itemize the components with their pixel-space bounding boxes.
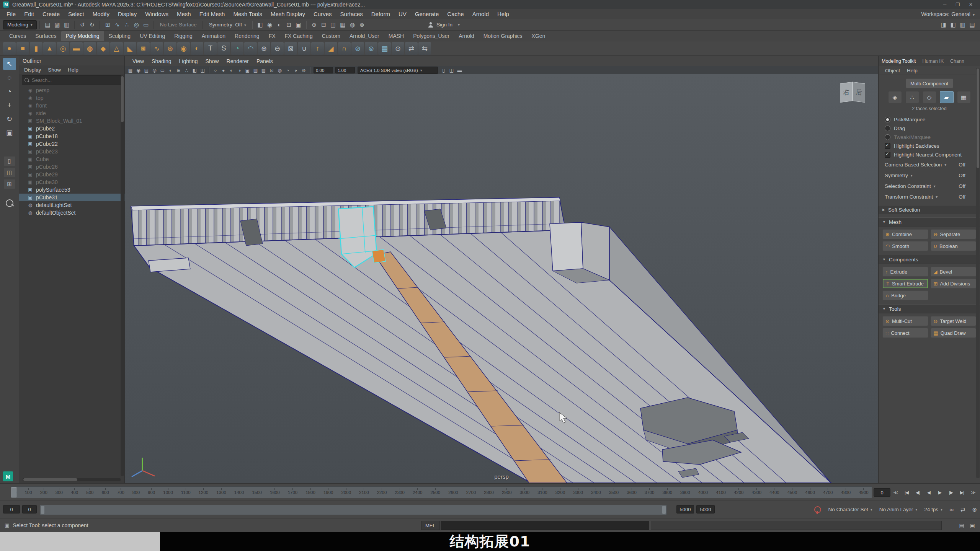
separator[interactable] [100,21,100,29]
isolate-select-icon[interactable]: ◕ [292,67,300,74]
separator[interactable] [203,21,203,29]
snap-to-points-icon[interactable]: ∴ [122,20,132,29]
target-weld-icon[interactable]: ⊚ [365,42,377,55]
outliner-item[interactable]: pCube30 [19,178,124,186]
menu-item[interactable]: Select [64,11,88,17]
view-cube[interactable]: 右 后 [840,80,866,104]
menu-item[interactable]: Curves [309,11,336,17]
poly-pyramid-icon[interactable]: △ [110,42,123,55]
viewport-menu-item[interactable]: Shading [148,58,175,64]
snapshot-icon[interactable]: ◫ [448,67,456,74]
sidebar-tab[interactable]: Chann [947,59,967,64]
character-set-dropdown[interactable]: No Character Set [828,507,872,512]
shelf-tab[interactable]: UV Editing [135,31,170,41]
zoom-tool-icon[interactable] [6,199,13,207]
snap-to-view-planes-icon[interactable]: ▭ [141,20,151,29]
poly-disc-icon[interactable]: ◍ [83,42,96,55]
poly-prism-icon[interactable]: ◣ [124,42,136,55]
viewport-menu-item[interactable]: View [129,58,148,64]
selection-mode-radio[interactable]: Pick/Marquee [885,115,974,124]
platonic-solid-icon[interactable]: ◆ [97,42,109,55]
ipr-render-icon[interactable]: ◐ [274,20,284,29]
new-scene-icon[interactable]: ▤ [43,20,52,29]
render-settings-icon[interactable]: ⊡ [284,20,294,29]
shelf-tab[interactable]: Motion Graphics [479,31,527,41]
combine-button[interactable]: ⊕ Combine [882,229,928,239]
separator[interactable] [74,21,75,29]
outliner-item[interactable]: side [19,109,124,117]
mel-toggle-button[interactable]: MEL [421,521,440,530]
open-scene-icon[interactable]: ▨ [52,20,62,29]
target-weld-button[interactable]: ⊚ Target Weld [931,316,977,326]
face-select-icon[interactable]: ▰ [940,91,954,103]
menu-item[interactable]: Cache [443,11,468,17]
poly-sphere-icon[interactable]: ● [3,42,16,55]
outliner-item[interactable]: top [19,94,124,102]
bookmarks-icon[interactable]: ◎ [150,67,158,74]
viewport-menu-item[interactable]: Renderer [223,58,253,64]
scene-render-icon[interactable]: ▬ [456,67,464,74]
go-to-end-button[interactable]: ≫ [968,487,978,497]
graph-editor-icon[interactable]: ▦ [338,20,348,29]
playback-end-field[interactable]: 5000 [676,505,694,514]
range-slider-track[interactable] [40,505,667,515]
shelf-tab[interactable]: FX [264,31,280,41]
edge-select-icon[interactable]: ◇ [923,91,936,103]
type-tool-icon[interactable]: T [204,42,217,55]
script-editor-icon[interactable]: ▤ [957,521,966,530]
tools-section-header[interactable]: Tools [879,304,980,313]
shelf-tab[interactable]: Animation [197,31,230,41]
sculpt-tool-icon[interactable]: ◔ [231,42,243,55]
soccer-ball-icon[interactable]: ◉ [177,42,190,55]
poly-cone-icon[interactable]: ▲ [43,42,56,55]
outliner-item[interactable]: SM_Block_Wall_01 [19,117,124,125]
outliner-item[interactable]: Cube [19,155,124,163]
content-browser-icon[interactable]: ▣ [968,521,977,530]
vertex-select-icon[interactable]: ∴ [905,91,919,103]
animation-preferences-icon[interactable]: ⊛ [972,506,977,513]
outliner-item[interactable]: pCube23 [19,148,124,155]
outliner-item[interactable]: front [19,102,124,109]
snap-to-curves-icon[interactable]: ∿ [113,20,122,29]
attribute-editor-toggle-icon[interactable]: ◨ [939,20,948,29]
textured-icon[interactable]: ◐ [227,67,235,74]
multi-cut-button[interactable]: ⊘ Multi-Cut [882,316,928,326]
mesh-section-header[interactable]: Mesh [879,217,980,227]
bridge-icon[interactable]: ∩ [338,42,351,55]
move-tool-icon[interactable]: + [3,99,16,111]
quad-draw-button[interactable]: ▦ Quad Draw [931,328,977,338]
single-pane-layout-icon[interactable]: ▯ [4,156,15,166]
outliner-item[interactable]: pCube18 [19,132,124,140]
view-cube-back-face[interactable]: 后 [853,82,865,103]
shelf-tab[interactable]: Curves [5,31,31,41]
outliner-item[interactable]: pCube31 [19,194,124,201]
shelf-tab[interactable]: Rigging [170,31,197,41]
film-gate-icon[interactable]: ◧ [191,67,199,74]
wireframe-icon[interactable]: ○ [211,67,219,74]
outliner-item[interactable]: polySurface53 [19,186,124,194]
svg-tool-icon[interactable]: S [217,42,230,55]
outliner-item[interactable]: pCube22 [19,140,124,148]
soft-selection-header[interactable]: Soft Selection [879,205,980,214]
separator[interactable] [252,21,253,29]
outliner-menu-item[interactable]: Show [45,67,64,73]
sidebar-tab[interactable]: Human IK [919,59,947,64]
playback-start-field[interactable]: 0 [22,505,37,514]
snap-to-grids-icon[interactable]: ⊞ [103,20,113,29]
extrude-button[interactable]: ↑ Extrude [882,267,928,277]
view-transform-dropdown[interactable]: ACES 1.0 SDR-video (sRGB) [358,67,438,74]
anti-aliasing-icon[interactable]: ⊡ [268,67,276,74]
super-ellipse-icon[interactable]: ◐ [191,42,203,55]
menu-item[interactable]: File [2,11,20,17]
display-layers-icon[interactable]: ▣ [294,20,303,29]
smooth-button[interactable]: ◠ Smooth [882,241,928,251]
minimize-button[interactable]: ─ [939,1,951,8]
selection-mode-radio[interactable]: Drag [885,124,974,133]
shelf-tab[interactable]: Polygons_User [408,31,454,41]
grease-pencil-icon[interactable]: ∴ [183,67,191,74]
shelf-tab[interactable]: Arnold [454,31,479,41]
select-tool-icon[interactable]: ↖ [3,58,16,70]
render-view-icon[interactable]: ◧ [255,20,265,29]
toolkit-menu-item[interactable]: Help [903,68,921,73]
toolkit-option-row[interactable]: Selection Constraint ▾ Off [885,181,974,191]
